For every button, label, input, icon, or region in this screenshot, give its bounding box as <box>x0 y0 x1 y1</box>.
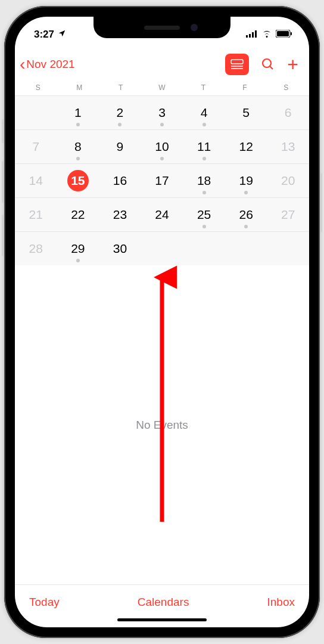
calendar-week-row: 123456 <box>15 96 309 130</box>
event-indicator-dot <box>76 123 80 126</box>
day-cell[interactable]: 12 <box>225 130 267 163</box>
svg-rect-3 <box>255 30 257 38</box>
day-cell[interactable]: 1 <box>57 96 99 129</box>
day-cell[interactable]: 14 <box>15 164 57 197</box>
day-cell[interactable]: 24 <box>141 198 183 231</box>
event-indicator-dot <box>160 157 164 160</box>
day-cell[interactable]: 7 <box>15 130 57 163</box>
bottom-toolbar: Today Calendars Inbox <box>15 584 309 614</box>
day-cell[interactable]: 22 <box>57 198 99 231</box>
weekday-label: W <box>141 83 182 92</box>
calendars-button[interactable]: Calendars <box>138 596 189 609</box>
day-number: 18 <box>197 174 211 188</box>
day-number: 26 <box>239 208 253 222</box>
day-number: 11 <box>197 140 211 154</box>
day-cell[interactable]: 29 <box>57 232 99 265</box>
volume-down-button <box>2 215 4 256</box>
home-indicator[interactable] <box>117 618 207 621</box>
nav-header: ‹ Nov 2021 + <box>15 47 309 82</box>
today-button[interactable]: Today <box>29 596 60 609</box>
day-number: 13 <box>281 140 295 154</box>
day-number: 10 <box>155 140 169 154</box>
day-cell[interactable]: 2 <box>99 96 141 129</box>
day-cell[interactable]: 25 <box>183 198 225 231</box>
search-button[interactable] <box>261 57 275 72</box>
battery-icon <box>276 29 292 41</box>
day-number: 19 <box>239 174 253 188</box>
svg-rect-6 <box>291 32 292 35</box>
event-indicator-dot <box>202 225 206 228</box>
event-indicator-dot <box>202 157 206 160</box>
day-cell[interactable]: 28 <box>15 232 57 265</box>
day-cell[interactable]: 13 <box>267 130 309 163</box>
day-number: 5 <box>242 106 250 120</box>
svg-rect-7 <box>231 60 243 64</box>
day-cell[interactable]: 30 <box>99 232 141 265</box>
day-cell[interactable]: 15 <box>57 164 99 197</box>
calendar-week-row: 14151617181920 <box>15 164 309 198</box>
day-number: 9 <box>117 140 124 154</box>
day-number: 24 <box>155 208 169 222</box>
day-cell[interactable]: 17 <box>141 164 183 197</box>
search-icon <box>261 57 275 72</box>
day-number: 8 <box>74 140 82 154</box>
day-number: 23 <box>113 208 127 222</box>
day-number: 25 <box>197 208 211 222</box>
day-cell[interactable]: 6 <box>267 96 309 129</box>
day-number: 6 <box>285 106 292 120</box>
weekday-label: F <box>224 83 265 92</box>
inbox-button[interactable]: Inbox <box>267 596 295 609</box>
day-cell[interactable]: 4 <box>183 96 225 129</box>
day-cell[interactable]: 11 <box>183 130 225 163</box>
day-cell[interactable]: 16 <box>99 164 141 197</box>
day-number: 7 <box>32 140 39 154</box>
day-cell[interactable]: 8 <box>57 130 99 163</box>
day-cell[interactable]: 23 <box>99 198 141 231</box>
mute-switch <box>2 119 4 143</box>
day-number: 15 <box>67 170 89 191</box>
events-area[interactable]: No Events <box>15 265 309 584</box>
day-number: 21 <box>29 208 43 222</box>
plus-icon: + <box>287 54 298 76</box>
back-label: Nov 2021 <box>26 58 74 71</box>
calendar-week-row: 282930 <box>15 232 309 265</box>
day-cell <box>267 232 309 265</box>
event-indicator-dot <box>244 225 248 228</box>
day-number: 30 <box>113 242 127 256</box>
day-cell[interactable]: 20 <box>267 164 309 197</box>
day-number: 16 <box>113 174 127 188</box>
list-day-icon <box>230 59 244 70</box>
day-number: 14 <box>29 174 43 188</box>
day-number: 2 <box>117 106 124 120</box>
day-cell[interactable]: 19 <box>225 164 267 197</box>
day-number: 27 <box>281 208 295 222</box>
wifi-icon <box>261 29 272 41</box>
day-cell[interactable]: 26 <box>225 198 267 231</box>
day-cell <box>183 232 225 265</box>
no-events-label: No Events <box>136 419 188 432</box>
power-button <box>320 173 322 233</box>
day-number: 28 <box>29 242 43 256</box>
location-arrow-icon <box>58 29 66 41</box>
day-cell[interactable]: 5 <box>225 96 267 129</box>
day-cell[interactable]: 10 <box>141 130 183 163</box>
day-cell[interactable]: 3 <box>141 96 183 129</box>
day-cell[interactable]: 21 <box>15 198 57 231</box>
day-cell[interactable]: 27 <box>267 198 309 231</box>
add-event-button[interactable]: + <box>287 54 298 76</box>
back-button[interactable]: ‹ Nov 2021 <box>20 56 75 73</box>
view-mode-button[interactable] <box>225 54 249 75</box>
day-cell[interactable]: 9 <box>99 130 141 163</box>
svg-rect-2 <box>252 32 254 38</box>
weekday-label: T <box>183 83 224 92</box>
day-number: 20 <box>281 174 295 188</box>
calendar-week-row: 21222324252627 <box>15 198 309 232</box>
event-indicator-dot <box>202 191 206 194</box>
day-number: 22 <box>71 208 85 222</box>
svg-point-10 <box>263 59 271 67</box>
day-cell[interactable]: 18 <box>183 164 225 197</box>
volume-up-button <box>2 161 4 203</box>
svg-rect-5 <box>277 31 289 36</box>
event-indicator-dot <box>202 123 206 126</box>
day-number: 12 <box>239 140 253 154</box>
